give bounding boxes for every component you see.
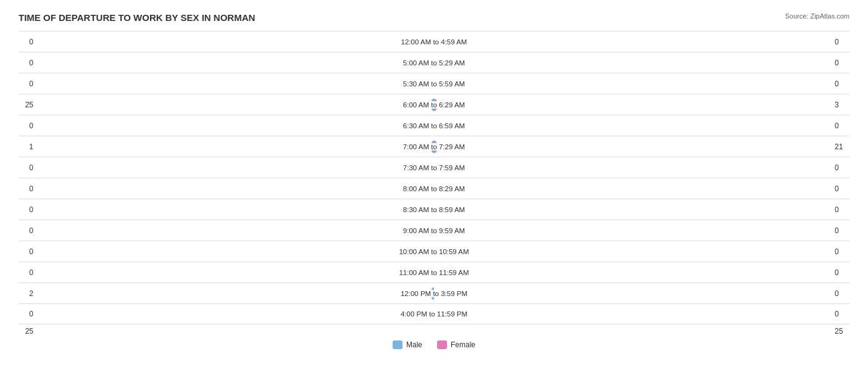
chart-row: 0 8:00 AM to 8:29 AM 0: [19, 178, 849, 199]
male-value: 0: [19, 268, 37, 277]
female-value: 0: [831, 184, 849, 193]
bar-section: 10:00 AM to 10:59 AM: [37, 241, 831, 262]
time-label: 8:30 AM to 8:59 AM: [401, 206, 467, 213]
bar-section: 8:30 AM to 8:59 AM: [37, 199, 831, 220]
chart-title: TIME OF DEPARTURE TO WORK BY SEX IN NORM…: [19, 12, 255, 23]
male-value: 0: [19, 59, 37, 67]
chart-row: 0 5:30 AM to 5:59 AM 0: [19, 73, 849, 94]
axis-right-label: 25: [831, 327, 849, 336]
chart-row: 0 5:00 AM to 5:29 AM 0: [19, 52, 849, 73]
male-value: 1: [19, 142, 37, 151]
male-value: 0: [19, 122, 37, 130]
bar-section: 7:30 AM to 7:59 AM: [37, 157, 831, 178]
female-bar: [434, 99, 436, 111]
chart-row: 0 9:00 AM to 9:59 AM 0: [19, 220, 849, 241]
chart-row: 0 4:00 PM to 11:59 PM 0: [19, 303, 849, 324]
time-label: 10:00 AM to 10:59 AM: [396, 248, 471, 255]
legend-female-label: Female: [451, 340, 475, 349]
legend-female-box: [437, 340, 447, 349]
male-value: 2: [19, 289, 37, 298]
female-value: 0: [831, 163, 849, 172]
bar-section: 7:00 AM to 7:29 AM: [37, 136, 831, 157]
male-value: 25: [19, 101, 37, 109]
male-bar: [432, 287, 434, 300]
time-label: 5:00 AM to 5:29 AM: [401, 59, 467, 67]
male-value: 0: [19, 310, 37, 318]
bar-section: 5:00 AM to 5:29 AM: [37, 52, 831, 73]
chart-row: 0 11:00 AM to 11:59 AM 0: [19, 262, 849, 282]
time-label: 12:00 PM to 3:59 PM: [398, 290, 470, 297]
bar-section: 6:30 AM to 6:59 AM: [37, 115, 831, 136]
male-value: 0: [19, 38, 37, 46]
time-label: 5:30 AM to 5:59 AM: [401, 80, 467, 88]
bar-section: 4:00 PM to 11:59 PM: [37, 304, 831, 324]
male-value: 0: [19, 163, 37, 172]
male-value: 0: [19, 247, 37, 256]
source-label: Source: ZipAtlas.com: [785, 12, 849, 20]
legend-female: Female: [437, 340, 475, 349]
chart-row: 1 7:00 AM to 7:29 AM 21: [19, 136, 849, 157]
time-label: 12:00 AM to 4:59 AM: [399, 38, 470, 46]
chart-row: 0 10:00 AM to 10:59 AM 0: [19, 241, 849, 262]
bar-section: 6:00 AM to 6:29 AM: [37, 94, 831, 115]
bar-section: 12:00 AM to 4:59 AM: [37, 31, 831, 52]
time-label: 11:00 AM to 11:59 AM: [396, 269, 471, 276]
bar-section: 12:00 PM to 3:59 PM: [37, 283, 831, 303]
chart-row: 0 7:30 AM to 7:59 AM 0: [19, 157, 849, 178]
bar-section: 9:00 AM to 9:59 AM: [37, 220, 831, 241]
female-value: 0: [831, 247, 849, 256]
male-value: 0: [19, 80, 37, 88]
axis-left-label: 25: [19, 327, 37, 336]
time-label: 9:00 AM to 9:59 AM: [401, 227, 467, 234]
bar-section: 8:00 AM to 8:29 AM: [37, 178, 831, 199]
female-value: 0: [831, 122, 849, 130]
time-label: 8:00 AM to 8:29 AM: [401, 185, 467, 192]
female-bar: [434, 141, 436, 153]
male-value: 0: [19, 205, 37, 214]
female-value: 0: [831, 310, 849, 318]
time-label: 7:30 AM to 7:59 AM: [401, 164, 467, 171]
legend-male: Male: [393, 340, 422, 349]
legend-male-box: [393, 340, 403, 349]
bar-section: 11:00 AM to 11:59 AM: [37, 262, 831, 282]
time-label: 6:30 AM to 6:59 AM: [401, 122, 467, 130]
legend-male-label: Male: [406, 340, 422, 349]
male-value: 0: [19, 184, 37, 193]
chart-row: 2 12:00 PM to 3:59 PM 0: [19, 282, 849, 303]
female-value: 0: [831, 289, 849, 298]
female-value: 0: [831, 226, 849, 235]
female-value: 0: [831, 38, 849, 46]
female-value: 0: [831, 59, 849, 67]
time-label: 4:00 PM to 11:59 PM: [398, 310, 470, 318]
legend: Male Female: [19, 340, 849, 349]
female-value: 0: [831, 268, 849, 277]
female-value: 0: [831, 80, 849, 88]
axis-row: 25 25: [19, 327, 849, 336]
chart-row: 25 6:00 AM to 6:29 AM 3: [19, 94, 849, 115]
male-value: 0: [19, 226, 37, 235]
chart-area: 0 12:00 AM to 4:59 AM 0 0 5:00 AM to 5:2…: [19, 31, 849, 324]
chart-row: 0 8:30 AM to 8:59 AM 0: [19, 199, 849, 220]
female-value: 3: [831, 101, 849, 109]
chart-row: 0 6:30 AM to 6:59 AM 0: [19, 115, 849, 136]
chart-row: 0 12:00 AM to 4:59 AM 0: [19, 31, 849, 52]
bar-section: 5:30 AM to 5:59 AM: [37, 73, 831, 94]
female-value: 21: [831, 142, 849, 151]
female-value: 0: [831, 205, 849, 214]
